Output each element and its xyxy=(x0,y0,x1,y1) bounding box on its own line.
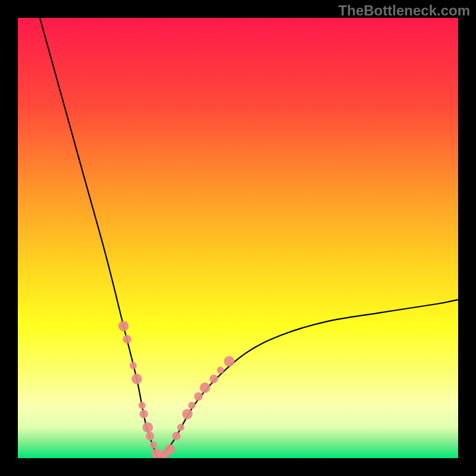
chart-svg xyxy=(18,18,458,458)
data-marker xyxy=(200,383,211,393)
data-marker xyxy=(188,402,195,409)
data-marker xyxy=(139,410,148,418)
data-marker xyxy=(118,321,129,331)
data-marker xyxy=(224,356,234,367)
data-marker xyxy=(139,402,146,409)
data-marker xyxy=(165,444,176,455)
data-marker xyxy=(172,432,180,440)
data-marker xyxy=(131,374,142,384)
data-marker xyxy=(123,335,131,343)
watermark-text: TheBottleneck.com xyxy=(339,2,470,19)
data-marker xyxy=(177,424,184,431)
data-marker xyxy=(150,441,157,449)
data-marker xyxy=(217,367,224,374)
data-marker xyxy=(143,422,154,433)
data-marker xyxy=(194,392,202,400)
chart-plot-area xyxy=(18,18,458,458)
data-marker xyxy=(209,375,218,383)
data-marker xyxy=(146,432,154,440)
gradient-background xyxy=(18,18,458,458)
data-marker xyxy=(130,362,137,369)
data-marker xyxy=(182,409,193,419)
chart-container: TheBottleneck.com xyxy=(0,0,476,476)
